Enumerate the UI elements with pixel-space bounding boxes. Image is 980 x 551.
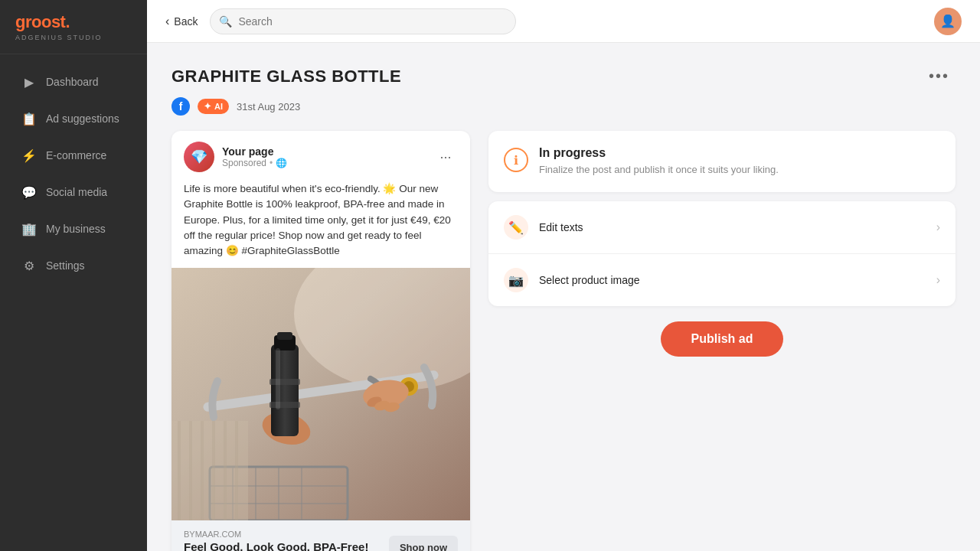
ad-preview-card: 💎 Your page Sponsored • 🌐 ··· Life is mo…: [172, 131, 470, 551]
svg-rect-11: [271, 344, 299, 436]
right-panel: ℹ In progress Finalize the post and publ…: [488, 131, 956, 357]
ad-body-text: Life is more beautiful when it's eco-fri…: [172, 178, 470, 268]
sidebar-item-settings[interactable]: ⚙ Settings: [6, 249, 141, 282]
globe-icon: 🌐: [276, 158, 287, 168]
two-column-layout: 💎 Your page Sponsored • 🌐 ··· Life is mo…: [172, 131, 956, 551]
page-info: Your page Sponsored • 🌐: [222, 145, 426, 168]
ai-icon: ✦: [204, 101, 211, 112]
sidebar-nav: ▶ Dashboard 📋 Ad suggestions ⚡ E-commerc…: [0, 54, 147, 551]
settings-icon: ⚙: [21, 258, 37, 273]
page-content: GRAPHITE GLASS BOTTLE ••• f ✦ AI 31st Au…: [147, 43, 980, 551]
status-content: In progress Finalize the post and publis…: [539, 146, 779, 177]
page-header: GRAPHITE GLASS BOTTLE •••: [172, 64, 956, 88]
ai-label: AI: [214, 102, 223, 111]
sidebar-item-label: Settings: [46, 259, 85, 272]
logo: groost. ADGENIUS STUDIO: [0, 0, 147, 54]
ad-suggestions-icon: 📋: [21, 111, 37, 126]
search-bar: 🔍: [210, 8, 516, 34]
logo-brand: groost.: [15, 12, 132, 32]
edit-texts-action[interactable]: ✏️ Edit texts ›: [488, 201, 956, 254]
ad-preview-header: 💎 Your page Sponsored • 🌐 ···: [172, 131, 470, 178]
my-business-icon: 🏢: [21, 221, 37, 236]
sidebar-item-my-business[interactable]: 🏢 My business: [6, 212, 141, 246]
svg-rect-15: [270, 402, 300, 408]
sponsored-line: Sponsored • 🌐: [222, 158, 426, 168]
sidebar-item-ecommerce[interactable]: ⚡ E-commerce: [6, 139, 141, 172]
page-name: Your page: [222, 145, 426, 158]
back-button[interactable]: ‹ Back: [165, 15, 198, 28]
social-media-icon: 💬: [21, 184, 37, 200]
sidebar-item-ad-suggestions[interactable]: 📋 Ad suggestions: [6, 102, 141, 135]
ai-badge: ✦ AI: [198, 99, 229, 114]
select-image-action[interactable]: 📷 Select product image ›: [488, 254, 956, 306]
page-meta: f ✦ AI 31st Aug 2023: [172, 97, 956, 116]
ad-more-button[interactable]: ···: [433, 145, 458, 169]
page-title: GRAPHITE GLASS BOTTLE: [172, 67, 401, 86]
edit-texts-label: Edit texts: [539, 221, 926, 233]
sidebar: groost. ADGENIUS STUDIO ▶ Dashboard 📋 Ad…: [0, 0, 147, 551]
ad-date: 31st Aug 2023: [237, 101, 300, 112]
select-image-label: Select product image: [539, 274, 926, 286]
svg-rect-13: [277, 332, 292, 340]
sidebar-item-label: My business: [46, 223, 106, 235]
chevron-right-icon: ›: [936, 220, 940, 234]
publish-ad-button[interactable]: Publish ad: [661, 321, 784, 357]
sponsored-label: Sponsored: [222, 158, 266, 168]
ad-url: BYMAAR.COM: [184, 530, 368, 539]
sidebar-item-label: Ad suggestions: [46, 112, 119, 125]
header: ‹ Back 🔍 👤: [147, 0, 980, 43]
sidebar-item-label: Social media: [46, 186, 107, 198]
ecommerce-icon: ⚡: [21, 148, 37, 163]
sidebar-item-dashboard[interactable]: ▶ Dashboard: [6, 65, 141, 99]
status-title: In progress: [539, 146, 779, 160]
back-arrow-icon: ‹: [165, 15, 169, 28]
edit-texts-icon: ✏️: [504, 215, 528, 240]
sidebar-item-label: Dashboard: [46, 76, 99, 88]
status-card: ℹ In progress Finalize the post and publ…: [488, 131, 956, 192]
search-icon: 🔍: [219, 15, 232, 28]
action-card: ✏️ Edit texts › 📷 Select product image ›: [488, 201, 956, 306]
sidebar-item-social-media[interactable]: 💬 Social media: [6, 175, 141, 209]
sidebar-item-label: E-commerce: [46, 149, 106, 161]
status-description: Finalize the post and publish it once it…: [539, 163, 779, 177]
svg-rect-14: [270, 379, 300, 385]
more-options-button[interactable]: •••: [923, 64, 956, 88]
back-label: Back: [174, 15, 198, 28]
avatar[interactable]: 👤: [934, 8, 962, 35]
dashboard-icon: ▶: [21, 74, 37, 90]
ad-image: [172, 268, 470, 520]
ad-footer: BYMAAR.COM Feel Good, Look Good. BPA-Fre…: [172, 520, 470, 551]
page-avatar: 💎: [184, 142, 214, 172]
main-content: ‹ Back 🔍 👤 GRAPHITE GLASS BOTTLE ••• f ✦…: [147, 0, 980, 551]
status-icon: ℹ: [504, 148, 528, 172]
ad-footer-info: BYMAAR.COM Feel Good, Look Good. BPA-Fre…: [184, 530, 368, 551]
facebook-badge: f: [172, 97, 190, 116]
chevron-right-icon: ›: [936, 273, 940, 287]
svg-rect-16: [276, 348, 280, 409]
shop-now-button[interactable]: Shop now: [389, 536, 458, 551]
ad-footer-title: Feel Good, Look Good. BPA-Free!: [184, 540, 368, 551]
select-image-icon: 📷: [504, 268, 528, 292]
search-input[interactable]: [210, 8, 516, 34]
logo-subtitle: ADGENIUS STUDIO: [15, 34, 132, 41]
